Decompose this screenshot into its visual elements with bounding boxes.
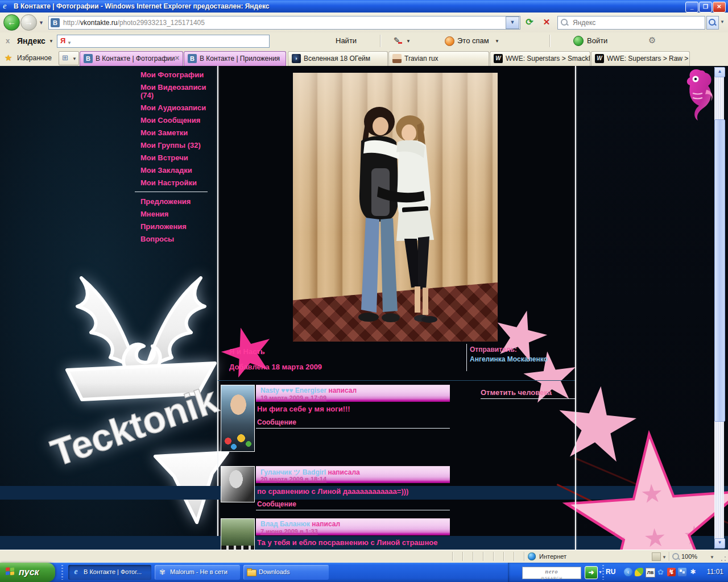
sidebar-item-my-groups[interactable]: Мои Группы (32) (140, 142, 216, 149)
download-master-icon[interactable]: ↯ (667, 568, 676, 576)
section-divider (218, 380, 576, 381)
tab-wwe-smackdown[interactable]: W WWE: Superstars > SmackD... (490, 51, 590, 66)
scrollbar-thumb[interactable] (714, 119, 725, 422)
sidebar-item-apps[interactable]: Приложения (140, 223, 216, 231)
taskbar-separator (61, 565, 63, 580)
sidebar-item-opinions[interactable]: Мнения (140, 210, 216, 218)
scroll-up-button[interactable]: ▲ (714, 67, 725, 77)
favorites-button[interactable]: Избранное (17, 54, 52, 62)
yandex-search-field[interactable]: Я ▼ (57, 35, 270, 48)
sidebar-item-offers[interactable]: Предложения (140, 198, 216, 206)
comment-header: Гуланчик ツ Badgirl написала 20 марта 200… (256, 466, 450, 483)
taskbar-task-malorum[interactable]: ✾ Malorum - Не в сети (155, 565, 240, 580)
minimize-button[interactable]: _ (685, 2, 698, 13)
sender-name-link[interactable]: Ангелинка Москаленко (470, 355, 548, 363)
yandex-logo[interactable]: Яндекс (17, 36, 46, 45)
search-dropdown-icon[interactable]: ▼ (718, 16, 726, 28)
refresh-button[interactable]: ⟳ (522, 16, 537, 28)
commenter-avatar[interactable] (221, 466, 255, 502)
scroll-down-button[interactable]: ▼ (714, 538, 725, 548)
search-go-button[interactable] (706, 16, 719, 30)
sidebar-item-my-audio[interactable]: Мои Аудиозаписи (140, 104, 216, 112)
punto-switcher-icon[interactable]: ЛВ (646, 568, 655, 577)
start-button[interactable]: пуск (0, 563, 55, 582)
sidebar-menu: Мои Фотографии Мои Видеозаписи (74) Мои … (140, 71, 216, 248)
sidebar-item-my-photos[interactable]: Мои Фотографии (140, 71, 216, 79)
wwe-icon: W (595, 54, 604, 63)
yandex-search-input[interactable] (75, 36, 268, 46)
system-tray: nero @SEARCH ➜ ▼ RU ‹ ЛВ ✿ ↯ ✱ 11:01 (508, 563, 728, 582)
snowflake-icon[interactable]: ✱ (689, 568, 697, 576)
spam-button[interactable]: Это спам (457, 36, 489, 45)
address-dropdown-button[interactable]: ▼ (506, 16, 519, 29)
tab-wwe-raw[interactable]: W WWE: Superstars > Raw > T... (591, 51, 690, 66)
ie-logo-icon: e (3, 1, 12, 10)
tab-ogame[interactable]: ◗ Вселенная 18 ОГейм (288, 51, 388, 66)
login-icon (573, 36, 584, 46)
sidebar-divider (135, 192, 208, 192)
spam-dropdown-icon[interactable]: ▼ (495, 39, 499, 44)
sidebar-item-my-notes[interactable]: Мои Заметки (140, 129, 216, 137)
yandex-toolbar: x Яндекс ▼ Я ▼ Найти ✎ ▼ Это спам ▼ Войт… (0, 32, 728, 50)
tab-travian[interactable]: Travian rux (388, 51, 489, 66)
folder-icon (246, 567, 256, 577)
sidebar-item-my-bookmarks[interactable]: Мои Закладки (140, 167, 216, 174)
taskbar-task-vk[interactable]: e В Контакте | Фотог... (68, 565, 151, 580)
comment-reply-link[interactable]: Сообщение (257, 500, 296, 508)
history-dropdown-icon[interactable]: ▼ (39, 20, 44, 26)
stop-button[interactable]: ✕ (539, 16, 554, 28)
zoom-level[interactable]: 100% (681, 553, 697, 560)
favorites-star-icon: ★ (5, 53, 12, 63)
comment-date-link[interactable]: 19 марта 2009 в 17:09 (260, 394, 326, 401)
yandex-menu-dropdown-icon[interactable]: ▼ (49, 39, 53, 44)
comment-date-link[interactable]: 7 июня 2009 в 1:33 (260, 528, 318, 535)
sidebar-item-my-messages[interactable]: Мои Сообщения (140, 117, 216, 124)
navigation-bar: ← → ▼ B http://vkontakte.ru/photo2993321… (0, 13, 728, 33)
toolbar-close-button[interactable]: x (6, 36, 10, 45)
tray-chevron-icon[interactable]: ‹ (624, 568, 632, 576)
sidebar-item-questions[interactable]: Вопросы (140, 235, 216, 243)
nero-search-box[interactable]: nero @SEARCH (522, 567, 581, 579)
taskbar-clock[interactable]: 11:01 (707, 568, 723, 576)
commenter-name-link[interactable]: Nasty ♥♥♥ Energiser написал (260, 386, 357, 394)
address-bar[interactable]: B http://vkontakte.ru/photo29933213_1251… (48, 16, 520, 30)
tab-close-icon[interactable]: ✕ (175, 55, 180, 62)
search-input[interactable] (572, 18, 702, 28)
forward-button[interactable]: → (20, 14, 37, 31)
resize-grip[interactable] (720, 555, 727, 562)
login-button[interactable]: Войти (587, 36, 607, 45)
maximize-button[interactable]: ❐ (699, 2, 712, 13)
commenter-name-link[interactable]: Влад Баланюк написал (260, 520, 340, 528)
comment-date-link[interactable]: 20 марта 2009 в 18:14 (260, 476, 326, 483)
language-indicator[interactable]: RU (606, 568, 615, 576)
gear-icon[interactable]: ⚙ (648, 35, 656, 45)
protected-mode-icon[interactable] (652, 552, 661, 561)
protected-mode-dropdown-icon[interactable]: ▼ (662, 555, 667, 560)
taskbar-task-downloads[interactable]: Downloads (243, 565, 329, 580)
vertical-scrollbar[interactable]: ▲ ▼ (714, 67, 724, 548)
flower-icon[interactable]: ✿ (656, 568, 665, 576)
commenter-avatar[interactable] (221, 385, 255, 452)
sidebar-item-my-meetings[interactable]: Мои Встречи (140, 154, 216, 162)
seahorse-decor (684, 67, 717, 126)
zoom-dropdown-icon[interactable]: ▼ (710, 555, 714, 560)
close-button[interactable]: ✕ (713, 2, 726, 13)
back-button[interactable]: ← (3, 14, 20, 31)
butterfly-icon[interactable] (635, 568, 643, 576)
comment-reply-link[interactable]: Сообщение (257, 418, 296, 426)
pencil-dropdown-icon[interactable]: ▼ (406, 39, 411, 44)
tab-vk-apps[interactable]: B В Контакте | Приложения (184, 51, 286, 66)
sidebar-item-my-videos[interactable]: Мои Видеозаписи (74) (140, 84, 216, 99)
commenter-avatar[interactable] (221, 518, 255, 550)
yandex-find-button[interactable]: Найти (336, 36, 357, 45)
tab-vk-photos[interactable]: B В Контакте | Фотографии ✕ (80, 51, 183, 66)
vk-favicon: B (51, 18, 60, 27)
nero-go-button[interactable]: ➜ (585, 566, 598, 579)
search-box[interactable] (557, 16, 705, 30)
quick-tabs-button[interactable]: ⊞ ▼ (59, 51, 79, 65)
ya-dropdown-icon[interactable]: ▼ (67, 40, 72, 45)
nero-dropdown-icon[interactable]: ▼ (598, 570, 602, 574)
comment-underline (256, 510, 450, 510)
windows-update-icon[interactable] (678, 568, 686, 576)
sidebar-item-my-settings[interactable]: Мои Настройки (140, 179, 216, 187)
